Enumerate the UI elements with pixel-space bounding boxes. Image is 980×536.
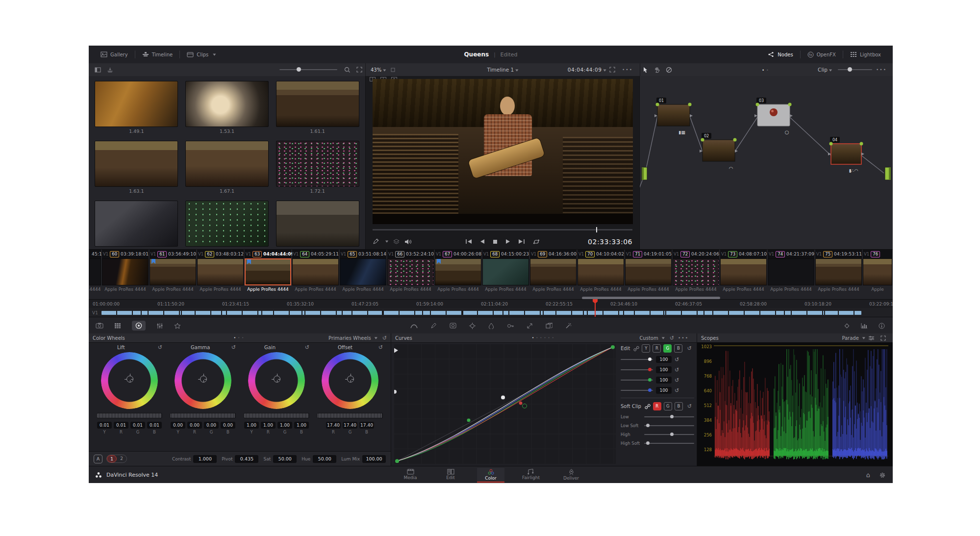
channel-value[interactable]: 0.00: [221, 422, 235, 429]
timeline-clip[interactable]: V1 73 04:08:07:10 Apple ProRes 4444: [720, 250, 767, 295]
gear-icon[interactable]: [879, 472, 886, 479]
channel-slider-value[interactable]: 100: [656, 387, 672, 394]
curve-point-red[interactable]: [519, 402, 523, 405]
reset-icon[interactable]: ↺: [675, 357, 679, 362]
curve-point-green[interactable]: [467, 419, 471, 422]
tab-deliver[interactable]: Deliver: [557, 468, 585, 483]
viewer-timecode[interactable]: 04:04:44:09▼: [568, 67, 606, 73]
timeline-clip[interactable]: V1 61 03:56:49:10 Apple ProRes 4444: [149, 250, 197, 295]
tab-media[interactable]: Media: [397, 468, 424, 483]
clip-thumbnail[interactable]: [815, 258, 862, 285]
still-thumbnail[interactable]: [95, 141, 178, 187]
color-wheel[interactable]: [101, 352, 158, 409]
node-graph[interactable]: 01 ▮▦ 02 ◠ 03: [640, 76, 893, 249]
motion-effects-icon[interactable]: [174, 323, 181, 329]
clip-thumbnail[interactable]: [102, 258, 149, 285]
softclip-channel-b[interactable]: B: [675, 402, 683, 410]
clips-button[interactable]: Clips ▼: [180, 46, 223, 63]
viewer-scrub-bar[interactable]: [373, 229, 632, 230]
lightbox-button[interactable]: Lightbox: [843, 46, 888, 63]
skip-end-button[interactable]: [518, 239, 525, 244]
softclip-slider[interactable]: [644, 416, 694, 417]
clip-thumbnail[interactable]: [720, 258, 767, 285]
scrub-playhead[interactable]: [596, 227, 597, 232]
stereo-3d-icon[interactable]: [546, 323, 553, 329]
still-thumbnail[interactable]: [185, 141, 269, 187]
channel-value[interactable]: 17.40: [343, 422, 357, 429]
master-wheel[interactable]: [244, 413, 309, 418]
sizing-icon[interactable]: [527, 323, 533, 329]
version-2-button[interactable]: 2: [117, 455, 126, 462]
slider-knob[interactable]: [848, 67, 852, 72]
still-thumbnail[interactable]: [185, 81, 269, 127]
viewer-options-menu[interactable]: •••: [622, 67, 633, 72]
timeline-clip[interactable]: V1 62 03:48:03:12 Apple ProRes 4444: [197, 250, 244, 295]
step-back-button[interactable]: [480, 239, 485, 244]
channel-value[interactable]: 1.00: [244, 422, 259, 429]
disable-node-icon[interactable]: [666, 67, 672, 73]
gallery-button[interactable]: Gallery: [94, 46, 135, 63]
gallery-still[interactable]: 1.67.1: [185, 141, 269, 194]
slider-knob[interactable]: [646, 441, 650, 445]
tab-color-active[interactable]: Color: [477, 468, 504, 483]
reset-icon[interactable]: ↺: [675, 388, 679, 393]
adjust-field-value[interactable]: 100.00: [362, 455, 386, 463]
master-wheel[interactable]: [97, 413, 162, 418]
edit-channel-y[interactable]: Y: [642, 344, 650, 353]
adjust-field-value[interactable]: 0.435: [235, 455, 258, 463]
timeline-clip[interactable]: V1 65 03:51:08:14 Apple ProRes 4444: [339, 250, 387, 295]
slider-knob[interactable]: [648, 388, 652, 392]
timeline-clip[interactable]: V1 60 03:39:18:01 Apple ProRes 4444: [101, 250, 149, 295]
timeline-clip[interactable]: 45:12 4444: [89, 250, 101, 295]
timeline-clip[interactable]: V1 72 04:20:24:06 Apple ProRes 4444: [672, 250, 720, 295]
slider-knob[interactable]: [670, 433, 674, 436]
pointer-tool-icon[interactable]: [643, 67, 648, 73]
tracker-icon[interactable]: [469, 323, 476, 329]
softclip-channel-g[interactable]: G: [664, 402, 672, 410]
curves-options-menu[interactable]: •••: [678, 335, 689, 340]
channel-value[interactable]: 0.00: [204, 422, 219, 429]
link-channels-icon[interactable]: [645, 404, 651, 409]
slider-knob[interactable]: [297, 67, 301, 72]
keyframes-icon[interactable]: [844, 323, 850, 329]
slider-knob[interactable]: [648, 357, 652, 361]
slider-knob[interactable]: [670, 415, 674, 418]
channel-slider[interactable]: [621, 390, 653, 391]
timeline-clip[interactable]: V1 74 04:21:37:09 Apple ProRes 4444: [767, 250, 815, 295]
fit-toggle-icon[interactable]: [391, 68, 395, 72]
channel-value[interactable]: 0.01: [130, 422, 145, 429]
adjust-field-value[interactable]: 50.00: [313, 455, 336, 463]
edit-channel-b[interactable]: B: [674, 344, 682, 353]
chevron-down-icon[interactable]: ▼: [385, 240, 388, 243]
reset-icon[interactable]: ↺: [231, 345, 236, 350]
track-clips-bar[interactable]: [101, 311, 861, 315]
clip-thumbnail[interactable]: [245, 258, 291, 285]
gallery-still[interactable]: 1.84.1: [185, 201, 269, 254]
tab-fairlight[interactable]: Fairlight: [517, 468, 545, 483]
expand-scope-icon[interactable]: [880, 335, 886, 341]
pan-hand-icon[interactable]: [654, 67, 660, 73]
channel-slider-value[interactable]: 100: [656, 366, 672, 373]
expand-viewer-icon[interactable]: [609, 67, 615, 73]
channel-value[interactable]: 1.00: [294, 422, 309, 429]
clip-thumbnail[interactable]: [482, 258, 529, 285]
version-1-button[interactable]: 1: [107, 455, 117, 462]
stop-button[interactable]: [493, 239, 498, 244]
color-match-icon[interactable]: [114, 323, 121, 329]
timeline-clip[interactable]: V1 66 03:52:24:10 Apple ProRes 4444: [387, 250, 434, 295]
home-icon[interactable]: ⌂: [866, 471, 870, 479]
info-icon[interactable]: [879, 323, 885, 329]
expand-panel-icon[interactable]: [356, 67, 362, 73]
edit-channel-r[interactable]: R: [653, 344, 661, 353]
reset-icon[interactable]: ↺: [158, 345, 162, 350]
viewer-video[interactable]: [373, 79, 633, 224]
panel-toggle-icon[interactable]: [95, 67, 101, 73]
master-wheel[interactable]: [170, 413, 236, 418]
reset-icon[interactable]: ↺: [675, 378, 679, 383]
still-thumbnail[interactable]: [276, 81, 359, 127]
gallery-still[interactable]: 1.63.1: [95, 141, 178, 194]
node-input-port[interactable]: [642, 167, 647, 180]
gallery-still[interactable]: 1.49.1: [95, 81, 178, 134]
scopes-icon[interactable]: [861, 323, 868, 329]
clip-thumbnail[interactable]: [863, 258, 892, 285]
